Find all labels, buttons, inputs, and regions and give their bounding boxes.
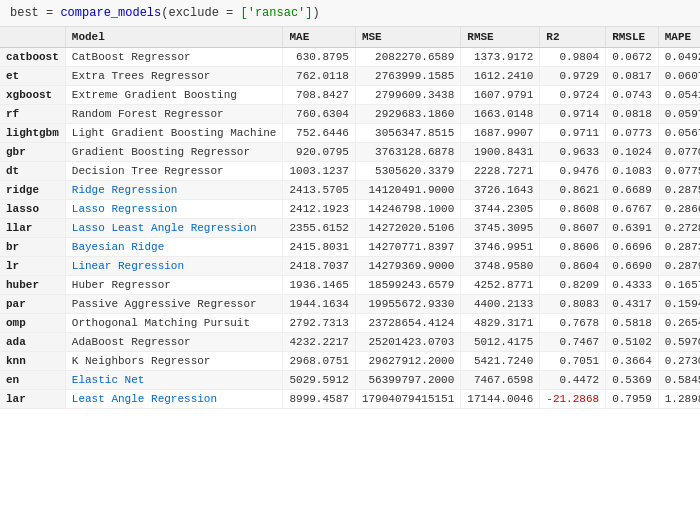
row-mae: 2355.6152	[283, 219, 355, 238]
row-model: Lasso Least Angle Regression	[65, 219, 283, 238]
col-model: Model	[65, 27, 283, 48]
row-key: huber	[0, 276, 65, 295]
row-rmsle: 0.7959	[606, 390, 659, 409]
row-key: rf	[0, 105, 65, 124]
col-r2: R2	[540, 27, 606, 48]
row-rmse: 3745.3095	[461, 219, 540, 238]
row-key: knn	[0, 352, 65, 371]
row-mae: 2418.7037	[283, 257, 355, 276]
row-r2: 0.7051	[540, 352, 606, 371]
row-rmsle: 0.0672	[606, 48, 659, 67]
table-header-row: Model MAE MSE RMSE R2 RMSLE MAPE TT (Sec…	[0, 27, 700, 48]
row-mse: 2799609.3438	[355, 86, 460, 105]
row-mse: 5305620.3379	[355, 162, 460, 181]
row-rmsle: 0.1024	[606, 143, 659, 162]
row-r2: 0.7678	[540, 314, 606, 333]
row-key: lightgbm	[0, 124, 65, 143]
row-rmsle: 0.6690	[606, 257, 659, 276]
row-model: Lasso Regression	[65, 200, 283, 219]
row-mape: 0.5970	[658, 333, 700, 352]
row-rmsle: 0.5369	[606, 371, 659, 390]
row-mape: 0.1657	[658, 276, 700, 295]
row-rmsle: 0.1083	[606, 162, 659, 181]
row-model: Extreme Gradient Boosting	[65, 86, 283, 105]
row-mape: 0.2875	[658, 181, 700, 200]
row-mape: 0.0541	[658, 86, 700, 105]
row-key: llar	[0, 219, 65, 238]
row-mape: 0.0567	[658, 124, 700, 143]
row-r2: 0.8209	[540, 276, 606, 295]
row-mae: 2968.0751	[283, 352, 355, 371]
col-rmsle: RMSLE	[606, 27, 659, 48]
row-mse: 29627912.2000	[355, 352, 460, 371]
table-row: knn K Neighbors Regressor 2968.0751 2962…	[0, 352, 700, 371]
row-mape: 0.1594	[658, 295, 700, 314]
row-mae: 762.0118	[283, 67, 355, 86]
row-mape: 0.2654	[658, 314, 700, 333]
table-row: catboost CatBoost Regressor 630.8795 208…	[0, 48, 700, 67]
row-mse: 14120491.9000	[355, 181, 460, 200]
row-key: en	[0, 371, 65, 390]
operator: =	[46, 6, 60, 20]
row-model: Light Gradient Boosting Machine	[65, 124, 283, 143]
col-mape: MAPE	[658, 27, 700, 48]
row-key: lar	[0, 390, 65, 409]
row-rmsle: 0.6391	[606, 219, 659, 238]
row-rmse: 4829.3171	[461, 314, 540, 333]
col-mse: MSE	[355, 27, 460, 48]
row-mse: 2929683.1860	[355, 105, 460, 124]
row-rmse: 2228.7271	[461, 162, 540, 181]
row-model: Decision Tree Regressor	[65, 162, 283, 181]
row-mape: 0.2728	[658, 219, 700, 238]
row-r2: 0.9711	[540, 124, 606, 143]
col-mae: MAE	[283, 27, 355, 48]
variable-name: best	[10, 6, 39, 20]
row-rmsle: 0.6696	[606, 238, 659, 257]
row-rmse: 1663.0148	[461, 105, 540, 124]
row-mse: 19955672.9330	[355, 295, 460, 314]
row-mae: 2413.5705	[283, 181, 355, 200]
param-value: ['ransac']	[240, 6, 312, 20]
code-header: best = compare_models(exclude = ['ransac…	[0, 0, 700, 27]
row-r2: 0.7467	[540, 333, 606, 352]
row-mae: 5029.5912	[283, 371, 355, 390]
table-row: ada AdaBoost Regressor 4232.2217 2520142…	[0, 333, 700, 352]
row-rmsle: 0.6689	[606, 181, 659, 200]
row-key: et	[0, 67, 65, 86]
row-key: ridge	[0, 181, 65, 200]
row-rmse: 3726.1643	[461, 181, 540, 200]
table-row: et Extra Trees Regressor 762.0118 276399…	[0, 67, 700, 86]
row-key: par	[0, 295, 65, 314]
row-rmse: 3748.9580	[461, 257, 540, 276]
row-r2: 0.9476	[540, 162, 606, 181]
row-mae: 2792.7313	[283, 314, 355, 333]
table-row: par Passive Aggressive Regressor 1944.16…	[0, 295, 700, 314]
row-mape: 0.0770	[658, 143, 700, 162]
comparison-table: Model MAE MSE RMSE R2 RMSLE MAPE TT (Sec…	[0, 27, 700, 409]
row-mape: 0.0597	[658, 105, 700, 124]
row-mse: 2082270.6589	[355, 48, 460, 67]
table-row: lasso Lasso Regression 2412.1923 1424679…	[0, 200, 700, 219]
table-row: br Bayesian Ridge 2415.8031 14270771.839…	[0, 238, 700, 257]
row-mae: 2415.8031	[283, 238, 355, 257]
row-rmse: 1612.2410	[461, 67, 540, 86]
row-rmse: 1607.9791	[461, 86, 540, 105]
row-mape: 0.0492	[658, 48, 700, 67]
row-mae: 8999.4587	[283, 390, 355, 409]
row-key: xgboost	[0, 86, 65, 105]
row-mae: 920.0795	[283, 143, 355, 162]
row-model: Random Forest Regressor	[65, 105, 283, 124]
row-rmsle: 0.5818	[606, 314, 659, 333]
row-mae: 2412.1923	[283, 200, 355, 219]
row-mape: 0.5845	[658, 371, 700, 390]
row-mae: 752.6446	[283, 124, 355, 143]
row-rmsle: 0.0818	[606, 105, 659, 124]
row-model: Linear Regression	[65, 257, 283, 276]
row-key: dt	[0, 162, 65, 181]
table-row: llar Lasso Least Angle Regression 2355.6…	[0, 219, 700, 238]
row-rmsle: 0.0773	[606, 124, 659, 143]
row-mse: 17904079415151	[355, 390, 460, 409]
row-model: AdaBoost Regressor	[65, 333, 283, 352]
row-model: Ridge Regression	[65, 181, 283, 200]
row-mae: 630.8795	[283, 48, 355, 67]
